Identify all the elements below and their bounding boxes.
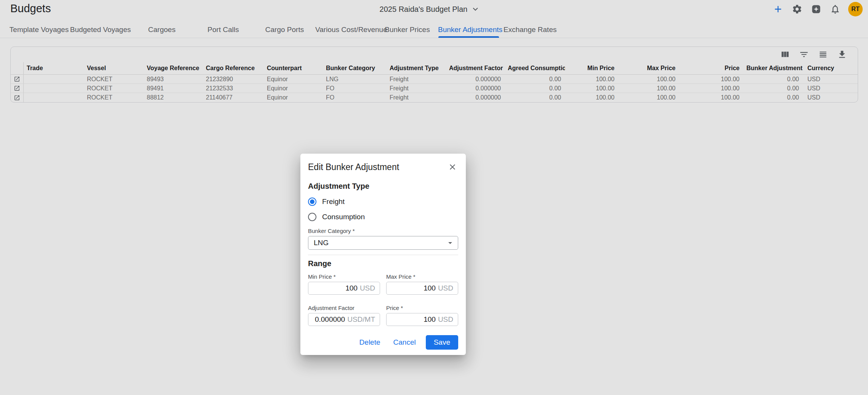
adjustment-factor-input[interactable]: 0.000000USD/MT (308, 313, 380, 326)
max-price-field: Max Price *100USD (386, 273, 458, 295)
dialog-actions: Delete Cancel Save (308, 335, 458, 350)
bunker-category-select[interactable]: LNG (308, 236, 458, 250)
price-label: Price * (386, 305, 458, 311)
bunker-category-label: Bunker Category * (308, 228, 458, 234)
budgets-page: Budgets 2025 Raida's Budget Plan RT Temp… (0, 0, 868, 395)
close-icon (448, 162, 457, 172)
radio-unselected-icon[interactable] (308, 213, 316, 221)
price-unit: USD (438, 315, 453, 324)
save-button[interactable]: Save (426, 335, 458, 350)
min-price-input[interactable]: 100USD (308, 282, 380, 295)
adjustment-factor-field: Adjustment Factor0.000000USD/MT (308, 305, 380, 326)
radio-label: Consumption (322, 213, 365, 221)
price-input[interactable]: 100USD (386, 313, 458, 326)
dropdown-caret-icon (446, 238, 455, 247)
bunker-category-value: LNG (314, 239, 329, 247)
min-price-unit: USD (360, 284, 375, 292)
edit-bunker-adjustment-dialog: Edit Bunker Adjustment Adjustment Type F… (300, 154, 466, 355)
max-price-unit: USD (438, 284, 453, 292)
dialog-title: Edit Bunker Adjustment (308, 162, 399, 172)
max-price-label: Max Price * (386, 273, 458, 280)
max-price-value: 100 (424, 284, 436, 292)
radio-label: Freight (322, 198, 345, 206)
range-heading: Range (308, 259, 458, 268)
max-price-input[interactable]: 100USD (386, 282, 458, 295)
cancel-button[interactable]: Cancel (388, 335, 421, 350)
radio-selected-icon[interactable] (308, 198, 316, 206)
radio-option-freight[interactable]: Freight (308, 198, 458, 206)
adjustment-factor-value: 0.000000 (315, 315, 345, 324)
min-price-label: Min Price * (308, 273, 380, 280)
range-fields: Min Price *100USDMax Price *100USDAdjust… (308, 273, 458, 326)
close-button[interactable] (447, 161, 458, 173)
price-field: Price *100USD (386, 305, 458, 326)
adjustment-factor-label: Adjustment Factor (308, 305, 380, 311)
min-price-value: 100 (345, 284, 358, 292)
adjustment-type-radio-group: FreightConsumption (308, 198, 458, 221)
radio-option-consumption[interactable]: Consumption (308, 213, 458, 221)
min-price-field: Min Price *100USD (308, 273, 380, 295)
adjustment-factor-unit: USD/MT (347, 315, 375, 324)
dialog-header: Edit Bunker Adjustment (308, 161, 458, 173)
adjustment-type-heading: Adjustment Type (308, 182, 458, 191)
delete-button[interactable]: Delete (354, 335, 386, 350)
price-value: 100 (424, 315, 436, 324)
divider (308, 255, 458, 255)
